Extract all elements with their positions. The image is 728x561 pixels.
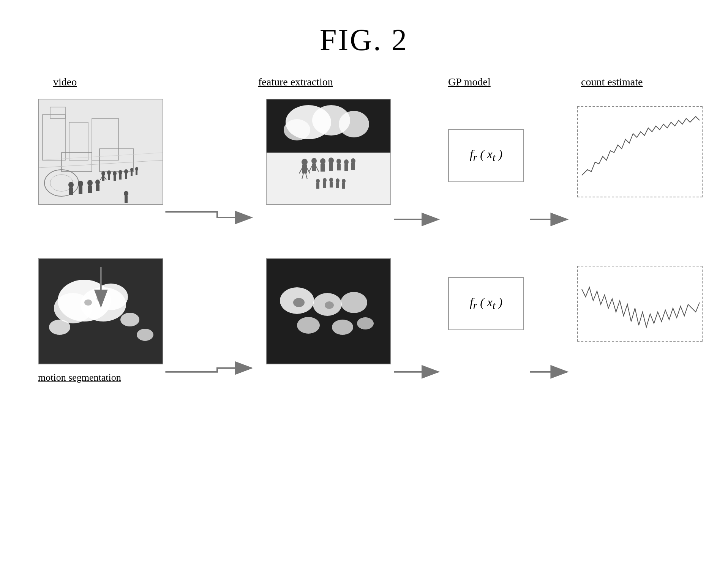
motion-seg-svg <box>39 259 163 364</box>
svg-point-76 <box>323 178 327 183</box>
svg-point-72 <box>351 158 355 164</box>
svg-point-88 <box>297 317 320 334</box>
svg-rect-10 <box>102 175 104 181</box>
svg-point-54 <box>302 159 308 165</box>
svg-point-45 <box>137 329 153 341</box>
svg-point-64 <box>320 158 325 164</box>
label-count-estimate: count estimate <box>581 76 643 88</box>
svg-point-31 <box>95 180 100 185</box>
svg-point-89 <box>332 320 353 335</box>
svg-rect-34 <box>125 196 128 203</box>
svg-point-33 <box>124 191 128 196</box>
svg-point-15 <box>113 171 117 176</box>
svg-point-74 <box>316 179 320 183</box>
svg-rect-75 <box>316 183 319 189</box>
svg-rect-20 <box>125 173 127 179</box>
svg-rect-93 <box>578 107 703 197</box>
svg-point-68 <box>336 159 341 164</box>
svg-point-87 <box>341 292 367 313</box>
count-bottom-svg <box>578 266 703 342</box>
count-estimate-bottom-box <box>577 266 703 342</box>
motion-segmentation-box <box>38 258 163 364</box>
figure-title: FIG. 2 <box>0 0 728 57</box>
svg-rect-30 <box>88 186 92 193</box>
feat-top-svg <box>267 99 391 205</box>
svg-point-90 <box>357 317 374 329</box>
svg-rect-79 <box>330 182 333 188</box>
label-gp-model: GP model <box>448 76 491 88</box>
svg-point-17 <box>118 170 122 175</box>
svg-point-66 <box>328 158 334 164</box>
svg-rect-77 <box>323 182 326 188</box>
svg-rect-65 <box>321 164 325 172</box>
svg-point-46 <box>84 299 92 306</box>
motion-segmentation-label: motion segmentation <box>38 372 121 383</box>
svg-rect-18 <box>119 174 122 180</box>
svg-point-29 <box>87 180 93 186</box>
svg-point-25 <box>68 182 74 188</box>
svg-point-82 <box>342 179 346 183</box>
svg-point-47 <box>96 296 103 301</box>
svg-rect-26 <box>69 188 73 195</box>
count-estimate-top-box <box>577 106 703 197</box>
svg-rect-55 <box>302 165 307 173</box>
svg-rect-22 <box>131 171 133 176</box>
video-scene-svg <box>39 99 163 205</box>
svg-point-78 <box>329 178 333 182</box>
svg-rect-14 <box>108 175 110 180</box>
gp-model-bottom-box: fr ( xt ) <box>448 277 524 330</box>
gp-formula-bottom: fr ( xt ) <box>470 295 502 312</box>
svg-point-92 <box>325 301 334 309</box>
svg-rect-73 <box>351 163 355 170</box>
svg-point-52 <box>284 119 310 140</box>
feature-extraction-top-box <box>266 99 391 205</box>
svg-point-80 <box>336 178 340 183</box>
svg-rect-24 <box>136 170 137 175</box>
svg-rect-83 <box>342 183 345 189</box>
svg-rect-69 <box>337 164 341 170</box>
svg-rect-32 <box>96 184 99 191</box>
svg-rect-16 <box>114 175 116 181</box>
svg-point-51 <box>339 111 369 137</box>
svg-point-27 <box>78 181 83 187</box>
gp-formula-top: fr ( xt ) <box>470 147 502 164</box>
label-video: video <box>53 76 77 88</box>
svg-point-41 <box>54 293 92 323</box>
svg-point-21 <box>130 168 133 172</box>
svg-rect-67 <box>329 163 333 171</box>
svg-rect-61 <box>312 164 316 171</box>
svg-point-23 <box>135 167 138 171</box>
feature-extraction-bottom-box <box>266 258 391 364</box>
svg-rect-71 <box>344 164 348 171</box>
svg-point-60 <box>311 158 317 164</box>
page-container: FIG. 2 video feature extraction GP model… <box>0 0 728 561</box>
svg-rect-81 <box>336 183 339 188</box>
video-scene-box <box>38 99 163 205</box>
svg-rect-94 <box>578 266 703 342</box>
svg-point-19 <box>124 169 128 174</box>
count-top-svg <box>578 107 703 197</box>
svg-point-91 <box>293 298 305 307</box>
svg-point-13 <box>107 170 111 175</box>
feat-bottom-svg <box>267 259 391 364</box>
svg-rect-0 <box>39 99 163 205</box>
svg-point-9 <box>101 171 105 176</box>
diagram-area: video feature extraction GP model count … <box>30 76 698 538</box>
svg-point-43 <box>49 320 70 335</box>
label-feature-extraction: feature extraction <box>258 76 333 88</box>
svg-point-44 <box>120 313 139 326</box>
svg-point-70 <box>344 159 349 165</box>
svg-rect-28 <box>79 186 82 194</box>
gp-model-top-box: fr ( xt ) <box>448 129 524 182</box>
